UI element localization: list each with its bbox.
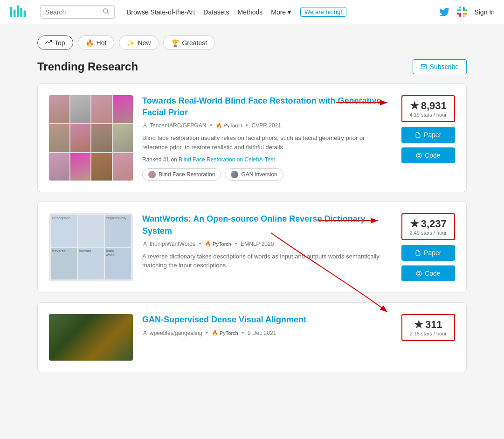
nav-browse[interactable]: Browse State-of-the-Art (127, 8, 195, 16)
code-button-1[interactable]: Code (401, 147, 456, 163)
svg-point-16 (418, 272, 420, 274)
tag-icon-2 (231, 171, 238, 178)
svg-rect-0 (10, 7, 13, 17)
tab-top-label: Top (55, 39, 65, 47)
paper-actions-1: ★ 8,931 4.19 stars / hour Paper Code (401, 95, 456, 181)
paper-conference-2: EMNLP 2020 (241, 241, 274, 247)
tab-greatest-label: Greatest (182, 39, 207, 47)
paper-org-3: wpeebles/gangealing (142, 330, 202, 336)
paper-card-2: Description expressively Reverse forward… (37, 202, 467, 293)
svg-point-14 (144, 242, 146, 244)
paper-org-2: thunlp/WantWords (142, 241, 195, 247)
slack-icon[interactable] (456, 7, 468, 18)
main-content: Trending Research Subscribe (0, 50, 504, 391)
paper-ranked-1: Ranked #1 on Blind Face Restoration on C… (142, 156, 392, 163)
search-icon (102, 7, 110, 16)
paper-title-2[interactable]: WantWords: An Open-source Online Reverse… (142, 213, 392, 237)
subscribe-button[interactable]: Subscribe (413, 59, 467, 74)
trending-header: Trending Research Subscribe (37, 59, 467, 74)
nav-datasets[interactable]: Datasets (203, 8, 229, 16)
logo[interactable] (9, 4, 26, 21)
svg-rect-4 (24, 10, 26, 17)
svg-point-9 (144, 124, 146, 125)
paper-tags-1: Blind Face Restoration GAN inversion (142, 168, 392, 181)
fire-icon: 🔥 (86, 39, 94, 47)
paper-desc-2: A reverse dictionary takes descriptions … (142, 252, 392, 270)
tab-hot[interactable]: 🔥 Hot (78, 35, 115, 50)
sign-in-button[interactable]: Sign In (474, 8, 495, 16)
paper-content-1: Towards Real-World Blind Face Restoratio… (142, 95, 392, 181)
star-rate-1: 4.19 stars / hour (410, 112, 447, 118)
star-rate-2: 2.49 stars / hour (410, 230, 447, 236)
paper-conference-3: 9 Dec 2021 (248, 330, 276, 336)
twitter-icon[interactable] (439, 7, 450, 18)
paper-org-1: TencentARC/GFPGAN (142, 122, 206, 129)
nav-right: Sign In (439, 7, 495, 18)
filter-tabs: Top 🔥 Hot ✨ New 🏆 Greatest (0, 24, 504, 50)
star-number-2: 3,237 (421, 218, 447, 230)
star-number-3: 311 (425, 319, 442, 331)
code-button-2[interactable]: Code (401, 265, 456, 281)
paper-desc-1: Blind face restoration usually relies on… (142, 133, 392, 152)
sparkle-icon: ✨ (127, 39, 135, 47)
star-icon-1: ★ (410, 100, 419, 112)
star-count-3: ★ 311 2.18 stars / hour (401, 314, 456, 341)
paper-title-1[interactable]: Towards Real-World Blind Face Restoratio… (142, 95, 392, 118)
star-rate-3: 2.18 stars / hour (410, 331, 447, 336)
nav-links: Browse State-of-the-Art Datasets Methods… (127, 8, 291, 16)
svg-rect-1 (14, 9, 16, 17)
search-box[interactable] (40, 5, 115, 19)
star-count-2: ★ 3,237 2.49 stars / hour (401, 213, 456, 240)
svg-rect-2 (17, 5, 19, 17)
hiring-badge[interactable]: We are hiring! (300, 7, 346, 17)
svg-point-11 (418, 154, 420, 156)
paper-card-1: Towards Real-World Blind Face Restoratio… (37, 84, 467, 192)
paper-actions-2: ★ 3,237 2.49 stars / hour Paper Code (401, 213, 456, 281)
svg-point-5 (104, 9, 108, 13)
svg-point-18 (144, 331, 146, 333)
paper-thumb-2: Description expressively Reverse forward… (49, 213, 133, 281)
paper-title-3[interactable]: GAN-Supervised Dense Visual Alignment (142, 314, 392, 326)
navbar: Browse State-of-the-Art Datasets Methods… (0, 0, 504, 24)
subscribe-label: Subscribe (430, 63, 459, 70)
star-number-1: 8,931 (421, 100, 447, 112)
chevron-down-icon: ▾ (288, 8, 291, 16)
tag-gan-inversion[interactable]: GAN inversion (225, 168, 283, 181)
pytorch-badge-3: 🔥 PyTorch (212, 330, 238, 336)
page-title: Trending Research (37, 60, 138, 73)
star-icon-3: ★ (414, 319, 423, 331)
paper-actions-3: ★ 311 2.18 stars / hour (401, 314, 456, 361)
paper-conference-1: CVPR 2021 (252, 122, 281, 129)
tag-blind-face[interactable]: Blind Face Restoration (142, 168, 221, 181)
pytorch-badge-1: 🔥 PyTorch (216, 123, 242, 129)
paper-card-3: GAN-Supervised Dense Visual Alignment wp… (37, 302, 467, 372)
svg-rect-3 (20, 8, 22, 17)
nav-more-dropdown[interactable]: More ▾ (271, 8, 291, 16)
trophy-icon: 🏆 (171, 39, 179, 47)
nav-methods[interactable]: Methods (238, 8, 263, 16)
svg-line-6 (107, 13, 109, 14)
star-count-1: ★ 8,931 4.19 stars / hour (401, 95, 456, 122)
svg-point-15 (416, 271, 421, 276)
tag-icon-1 (148, 171, 156, 178)
tab-hot-label: Hot (97, 39, 107, 47)
paper-button-2[interactable]: Paper (401, 245, 456, 261)
paper-button-1[interactable]: Paper (401, 127, 456, 143)
paper-meta-3: wpeebles/gangealing • 🔥 PyTorch • 9 Dec … (142, 330, 392, 336)
paper-content-3: GAN-Supervised Dense Visual Alignment wp… (142, 314, 392, 361)
ranked-link-1[interactable]: Blind Face Restoration on CelebA-Test (179, 156, 275, 163)
paper-thumb-1 (49, 95, 133, 181)
trending-up-icon (45, 39, 52, 47)
paper-meta-2: thunlp/WantWords • 🔥 PyTorch • EMNLP 202… (142, 241, 392, 247)
paper-thumb-3 (49, 314, 133, 361)
tab-top[interactable]: Top (37, 35, 73, 50)
paper-meta-1: TencentARC/GFPGAN • 🔥 PyTorch • CVPR 202… (142, 122, 392, 129)
tab-new-label: New (138, 39, 151, 47)
pytorch-badge-2: 🔥 PyTorch (205, 241, 231, 247)
tab-new[interactable]: ✨ New (119, 35, 159, 50)
tab-greatest[interactable]: 🏆 Greatest (163, 35, 215, 50)
star-icon-2: ★ (410, 218, 419, 230)
svg-point-10 (416, 153, 421, 158)
search-input[interactable] (45, 8, 99, 16)
paper-content-2: WantWords: An Open-source Online Reverse… (142, 213, 392, 281)
